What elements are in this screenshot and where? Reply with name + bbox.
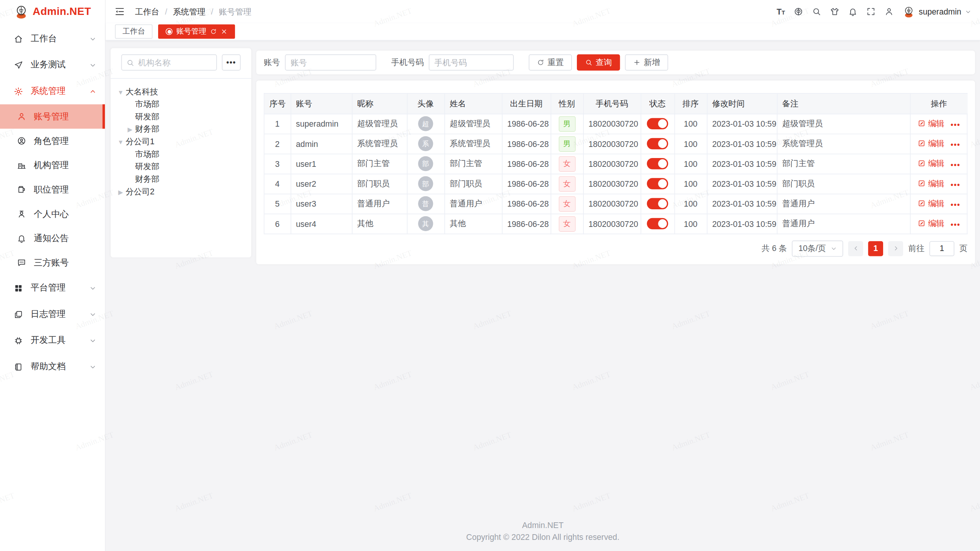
theme-icon[interactable] [830, 7, 839, 16]
add-button[interactable]: 新增 [625, 54, 668, 70]
cell-birth: 1986-06-28 [502, 134, 550, 153]
caret-right-icon[interactable]: ▶ [125, 126, 135, 133]
sidebar-item-gear[interactable]: 系统管理 [0, 78, 105, 104]
next-page-button[interactable] [888, 241, 903, 256]
tree-more-button[interactable]: ••• [222, 54, 241, 70]
sidebar-item-chip[interactable]: 开发工具 [0, 328, 105, 354]
tab-active[interactable]: 账号管理 [158, 24, 235, 39]
sidebar-subitem-user[interactable]: 账号管理 [0, 104, 105, 129]
caret-right-icon[interactable]: ▶ [116, 188, 126, 195]
more-actions-button[interactable]: ••• [951, 141, 960, 150]
sidebar-subitem-label: 职位管理 [34, 184, 69, 195]
tree-node[interactable]: ▶分公司2 [111, 186, 251, 198]
org-search-input[interactable] [138, 58, 212, 67]
search-icon[interactable] [812, 7, 821, 16]
edit-button[interactable]: 编辑 [918, 218, 944, 229]
prev-page-button[interactable] [848, 241, 863, 256]
cell-nickname: 其他 [352, 214, 407, 233]
tree-node[interactable]: ▼大名科技 [111, 86, 251, 98]
language-icon[interactable] [794, 7, 803, 16]
chevron-down-icon [89, 311, 96, 318]
tree-node[interactable]: 研发部 [111, 161, 251, 173]
sidebar-subitem-bell[interactable]: 通知公告 [0, 226, 105, 251]
collapse-sidebar-icon[interactable] [114, 6, 125, 17]
edit-icon [918, 160, 926, 168]
edit-label: 编辑 [928, 118, 944, 129]
org-tree-panel: ••• ▼大名科技市场部研发部▶财务部▼分公司1市场部研发部财务部▶分公司2 [111, 48, 251, 258]
app-logo[interactable]: Admin.NET [0, 0, 105, 23]
edit-button[interactable]: 编辑 [918, 138, 944, 149]
sidebar-item-grid[interactable]: 平台管理 [0, 275, 105, 301]
sidebar-subitem-position[interactable]: 职位管理 [0, 178, 105, 202]
bell-icon [17, 234, 26, 243]
gender-tag: 女 [559, 156, 575, 171]
more-actions-button[interactable]: ••• [951, 201, 960, 209]
edit-button[interactable]: 编辑 [918, 198, 944, 209]
status-toggle[interactable] [647, 158, 668, 169]
chat-icon [17, 258, 26, 267]
more-actions-button[interactable]: ••• [951, 121, 960, 130]
more-actions-button[interactable]: ••• [951, 221, 960, 230]
sidebar-subitem-org[interactable]: 机构管理 [0, 153, 105, 178]
more-actions-button[interactable]: ••• [951, 181, 960, 189]
column-header: 昵称 [352, 94, 407, 114]
cell-sort: 100 [675, 174, 707, 194]
cell-remark: 部门主管 [777, 154, 910, 174]
tree-node-label: 分公司1 [126, 136, 154, 147]
position-icon [17, 185, 26, 194]
tab-close-icon[interactable] [220, 28, 227, 35]
cell-birth: 1986-06-28 [502, 214, 550, 233]
tab-item[interactable]: 工作台 [115, 24, 152, 39]
accounts-table-card: 序号账号昵称头像姓名出生日期性别手机号码状态排序修改时间备注操作 1supera… [256, 81, 975, 264]
org-icon [17, 161, 26, 170]
breadcrumb-item: 账号管理 [219, 6, 252, 17]
font-size-icon[interactable]: TT [777, 8, 785, 16]
sidebar-item-send[interactable]: 业务测试 [0, 52, 105, 78]
status-toggle[interactable] [647, 218, 668, 229]
breadcrumb-item[interactable]: 系统管理 [173, 6, 206, 17]
tree-node[interactable]: 财务部 [111, 173, 251, 186]
account-input[interactable] [285, 54, 376, 70]
profile-icon[interactable] [884, 7, 893, 16]
status-toggle[interactable] [647, 198, 668, 209]
status-toggle[interactable] [647, 178, 668, 189]
edit-button[interactable]: 编辑 [918, 118, 944, 129]
reset-button[interactable]: 重置 [529, 54, 572, 70]
notification-bell-icon[interactable] [848, 7, 858, 16]
tree-node[interactable]: 市场部 [111, 148, 251, 161]
more-actions-button[interactable]: ••• [951, 161, 960, 170]
fullscreen-icon[interactable] [866, 7, 875, 16]
goto-page-input[interactable] [929, 241, 954, 256]
cell-gender: 男 [550, 134, 583, 153]
edit-button[interactable]: 编辑 [918, 178, 944, 189]
status-toggle[interactable] [647, 138, 668, 149]
edit-button[interactable]: 编辑 [918, 158, 944, 169]
sidebar-item-logs[interactable]: 日志管理 [0, 301, 105, 328]
phone-input[interactable] [429, 54, 514, 70]
sidebar-subitem-person[interactable]: 个人中心 [0, 202, 105, 226]
tree-node[interactable]: 市场部 [111, 98, 251, 111]
sidebar-item-book[interactable]: 帮助文档 [0, 354, 105, 380]
plus-icon [633, 59, 641, 66]
cell-actions: 编辑••• [910, 214, 967, 233]
current-page[interactable]: 1 [868, 241, 883, 256]
tab-refresh-icon[interactable] [210, 28, 217, 35]
sidebar-subitem-chat[interactable]: 三方账号 [0, 251, 105, 275]
status-toggle[interactable] [647, 118, 668, 129]
sidebar-item-home[interactable]: 工作台 [0, 26, 105, 52]
tree-node[interactable]: 研发部 [111, 111, 251, 123]
query-button[interactable]: 查询 [577, 54, 620, 70]
chevron-left-icon [852, 245, 859, 252]
column-header: 备注 [777, 94, 910, 114]
caret-down-icon[interactable]: ▼ [116, 139, 126, 145]
chevron-down-icon [89, 337, 96, 344]
cell-no: 4 [265, 174, 291, 194]
user-menu[interactable]: superadmin [903, 5, 971, 18]
tree-node[interactable]: ▶财务部 [111, 123, 251, 136]
sidebar-subitem-role[interactable]: 角色管理 [0, 129, 105, 153]
breadcrumb-item[interactable]: 工作台 [135, 6, 160, 17]
tree-node[interactable]: ▼分公司1 [111, 135, 251, 148]
page-size-select[interactable]: 10条/页 [792, 240, 843, 256]
caret-down-icon[interactable]: ▼ [116, 88, 126, 95]
gear-icon [14, 86, 23, 96]
